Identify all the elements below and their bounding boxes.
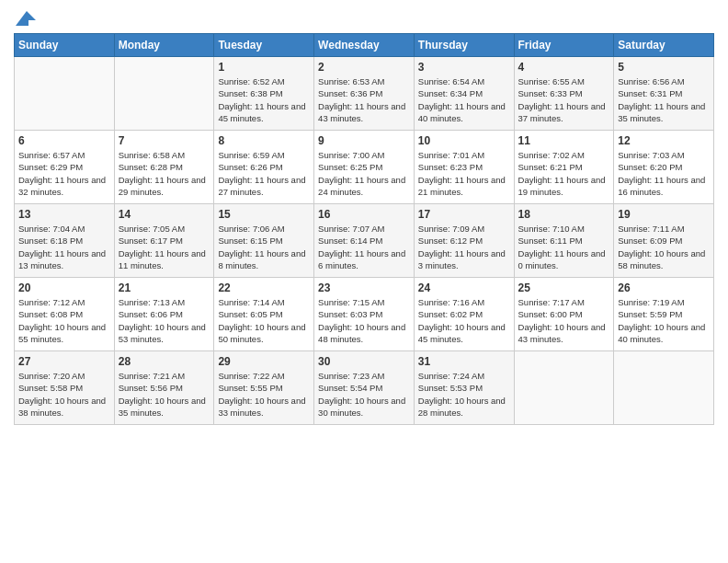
sunset-text: Sunset: 5:56 PM (119, 383, 183, 393)
day-number: 31 (418, 355, 510, 368)
sunset-text: Sunset: 6:02 PM (418, 309, 483, 319)
calendar-week-row: 1 Sunrise: 6:52 AM Sunset: 6:38 PM Dayli… (15, 57, 714, 131)
calendar-cell: 22 Sunrise: 7:14 AM Sunset: 6:05 PM Dayl… (214, 278, 314, 351)
calendar-cell: 27 Sunrise: 7:20 AM Sunset: 5:58 PM Dayl… (15, 351, 115, 425)
calendar-cell: 20 Sunrise: 7:12 AM Sunset: 6:08 PM Dayl… (15, 278, 115, 351)
day-number: 11 (518, 134, 610, 147)
day-info: Sunrise: 7:13 AM Sunset: 6:06 PM Dayligh… (119, 296, 210, 345)
day-info: Sunrise: 6:58 AM Sunset: 6:28 PM Dayligh… (119, 149, 210, 198)
daylight-text: Daylight: 11 hours and 37 minutes. (518, 101, 606, 123)
day-info: Sunrise: 6:54 AM Sunset: 6:34 PM Dayligh… (418, 75, 510, 124)
calendar-cell: 14 Sunrise: 7:05 AM Sunset: 6:17 PM Dayl… (114, 204, 214, 278)
day-number: 27 (18, 355, 110, 368)
logo-icon (16, 11, 36, 26)
daylight-text: Daylight: 11 hours and 16 minutes. (618, 175, 705, 197)
day-number: 10 (418, 134, 510, 147)
calendar-header-saturday: Saturday (614, 34, 714, 57)
day-info: Sunrise: 7:20 AM Sunset: 5:58 PM Dayligh… (18, 370, 110, 419)
calendar-header-wednesday: Wednesday (314, 34, 415, 57)
calendar-cell: 17 Sunrise: 7:09 AM Sunset: 6:12 PM Dayl… (414, 204, 514, 278)
day-number: 21 (119, 282, 210, 294)
calendar-cell: 8 Sunrise: 6:59 AM Sunset: 6:26 PM Dayli… (214, 131, 314, 204)
sunset-text: Sunset: 6:34 PM (418, 88, 483, 98)
day-number: 25 (518, 282, 610, 294)
sunset-text: Sunset: 6:33 PM (518, 88, 583, 98)
calendar-cell: 24 Sunrise: 7:16 AM Sunset: 6:02 PM Dayl… (414, 278, 514, 351)
sunset-text: Sunset: 6:31 PM (618, 88, 682, 98)
sunset-text: Sunset: 6:25 PM (318, 162, 382, 172)
sunrise-text: Sunrise: 7:06 AM (218, 224, 284, 234)
daylight-text: Daylight: 10 hours and 43 minutes. (518, 322, 606, 344)
daylight-text: Daylight: 11 hours and 32 minutes. (18, 175, 106, 197)
calendar-cell: 30 Sunrise: 7:23 AM Sunset: 5:54 PM Dayl… (314, 351, 415, 425)
day-number: 29 (218, 355, 310, 368)
sunset-text: Sunset: 6:20 PM (618, 162, 682, 172)
page-header (14, 9, 714, 26)
day-number: 24 (418, 282, 510, 294)
sunrise-text: Sunrise: 7:09 AM (418, 224, 484, 234)
daylight-text: Daylight: 10 hours and 35 minutes. (119, 396, 206, 418)
daylight-text: Daylight: 11 hours and 35 minutes. (618, 101, 705, 123)
sunrise-text: Sunrise: 7:05 AM (119, 224, 185, 234)
daylight-text: Daylight: 10 hours and 45 minutes. (418, 322, 506, 344)
day-number: 5 (618, 61, 710, 74)
day-info: Sunrise: 7:09 AM Sunset: 6:12 PM Dayligh… (418, 223, 510, 271)
day-info: Sunrise: 7:22 AM Sunset: 5:55 PM Dayligh… (218, 370, 310, 419)
calendar-cell: 26 Sunrise: 7:19 AM Sunset: 5:59 PM Dayl… (614, 278, 714, 351)
day-number: 18 (518, 208, 610, 221)
sunrise-text: Sunrise: 6:59 AM (218, 150, 284, 160)
daylight-text: Daylight: 10 hours and 53 minutes. (119, 322, 206, 344)
sunrise-text: Sunrise: 6:57 AM (18, 150, 85, 160)
sunset-text: Sunset: 6:03 PM (318, 309, 382, 319)
sunrise-text: Sunrise: 6:55 AM (518, 76, 585, 86)
sunrise-text: Sunrise: 7:13 AM (119, 297, 185, 307)
calendar-cell: 4 Sunrise: 6:55 AM Sunset: 6:33 PM Dayli… (514, 57, 614, 131)
daylight-text: Daylight: 11 hours and 45 minutes. (218, 101, 305, 123)
sunrise-text: Sunrise: 7:11 AM (618, 224, 684, 234)
calendar-cell: 18 Sunrise: 7:10 AM Sunset: 6:11 PM Dayl… (514, 204, 614, 278)
daylight-text: Daylight: 10 hours and 55 minutes. (18, 322, 106, 344)
daylight-text: Daylight: 11 hours and 43 minutes. (318, 101, 405, 123)
daylight-text: Daylight: 11 hours and 8 minutes. (218, 248, 305, 270)
day-info: Sunrise: 7:02 AM Sunset: 6:21 PM Dayligh… (518, 149, 610, 198)
day-info: Sunrise: 7:07 AM Sunset: 6:14 PM Dayligh… (318, 223, 410, 271)
sunset-text: Sunset: 5:58 PM (18, 383, 83, 393)
calendar-cell: 29 Sunrise: 7:22 AM Sunset: 5:55 PM Dayl… (214, 351, 314, 425)
day-number: 7 (119, 134, 210, 147)
sunrise-text: Sunrise: 7:03 AM (618, 150, 684, 160)
sunrise-text: Sunrise: 7:20 AM (18, 371, 85, 381)
sunset-text: Sunset: 6:28 PM (119, 162, 183, 172)
daylight-text: Daylight: 10 hours and 28 minutes. (418, 396, 506, 418)
svg-marker-0 (16, 11, 36, 26)
day-info: Sunrise: 7:10 AM Sunset: 6:11 PM Dayligh… (518, 223, 610, 271)
sunset-text: Sunset: 6:23 PM (418, 162, 483, 172)
day-info: Sunrise: 7:05 AM Sunset: 6:17 PM Dayligh… (119, 223, 210, 271)
sunrise-text: Sunrise: 7:00 AM (318, 150, 384, 160)
calendar-header-thursday: Thursday (414, 34, 514, 57)
calendar-cell: 25 Sunrise: 7:17 AM Sunset: 6:00 PM Dayl… (514, 278, 614, 351)
calendar-cell (514, 351, 614, 425)
sunset-text: Sunset: 5:55 PM (218, 383, 282, 393)
calendar-cell: 5 Sunrise: 6:56 AM Sunset: 6:31 PM Dayli… (614, 57, 714, 131)
calendar-header-monday: Monday (114, 34, 214, 57)
calendar-header-row: SundayMondayTuesdayWednesdayThursdayFrid… (15, 34, 714, 57)
daylight-text: Daylight: 10 hours and 58 minutes. (618, 248, 705, 270)
daylight-text: Daylight: 10 hours and 30 minutes. (318, 396, 405, 418)
day-number: 9 (318, 134, 410, 147)
calendar-header-sunday: Sunday (15, 34, 115, 57)
daylight-text: Daylight: 11 hours and 24 minutes. (318, 175, 405, 197)
day-number: 23 (318, 282, 410, 294)
sunrise-text: Sunrise: 7:10 AM (518, 224, 585, 234)
sunset-text: Sunset: 6:12 PM (418, 236, 483, 246)
sunrise-text: Sunrise: 7:16 AM (418, 297, 484, 307)
day-number: 6 (18, 134, 110, 147)
sunrise-text: Sunrise: 7:01 AM (418, 150, 484, 160)
daylight-text: Daylight: 11 hours and 0 minutes. (518, 248, 606, 270)
day-info: Sunrise: 7:00 AM Sunset: 6:25 PM Dayligh… (318, 149, 410, 198)
daylight-text: Daylight: 11 hours and 29 minutes. (119, 175, 206, 197)
sunset-text: Sunset: 6:06 PM (119, 309, 183, 319)
day-info: Sunrise: 7:11 AM Sunset: 6:09 PM Dayligh… (618, 223, 710, 271)
calendar-cell: 31 Sunrise: 7:24 AM Sunset: 5:53 PM Dayl… (414, 351, 514, 425)
calendar-cell (614, 351, 714, 425)
calendar-cell: 10 Sunrise: 7:01 AM Sunset: 6:23 PM Dayl… (414, 131, 514, 204)
